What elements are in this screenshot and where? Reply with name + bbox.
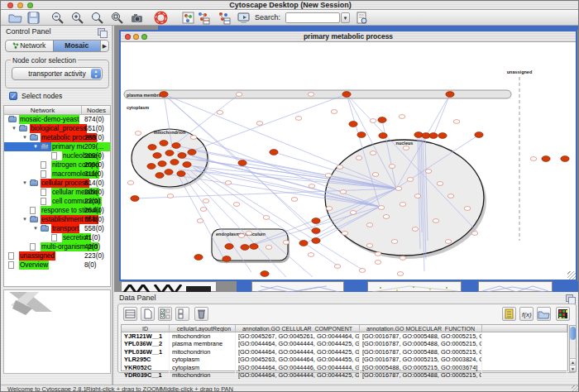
background-window[interactable] <box>367 281 462 292</box>
network-node[interactable] <box>356 156 362 160</box>
network-node[interactable] <box>399 115 405 119</box>
network-node[interactable] <box>135 131 141 136</box>
network-node[interactable] <box>372 173 379 177</box>
network-node-selected[interactable] <box>561 156 569 162</box>
network-node[interactable] <box>447 194 454 198</box>
network-node[interactable] <box>453 120 460 124</box>
network-node[interactable] <box>395 187 402 191</box>
network-node[interactable] <box>127 181 134 185</box>
network-edge[interactable] <box>433 94 450 136</box>
zoom-in-icon[interactable] <box>70 11 84 25</box>
unselect-attributes-icon[interactable] <box>175 307 189 321</box>
network-node[interactable] <box>397 272 404 276</box>
import-edge-attributes-icon[interactable] <box>217 11 231 25</box>
network-node[interactable] <box>370 151 376 155</box>
network-node[interactable] <box>437 182 443 186</box>
network-node[interactable] <box>200 208 207 212</box>
network-node[interactable] <box>331 110 337 114</box>
app-resize-grip[interactable] <box>572 385 579 392</box>
network-node-selected[interactable] <box>170 160 179 165</box>
tree-column-nodes[interactable]: Nodes <box>83 106 110 115</box>
background-window[interactable] <box>237 281 251 292</box>
network-node[interactable] <box>308 253 314 257</box>
network-node[interactable] <box>350 211 356 215</box>
tab-overflow-arrow[interactable]: ▶ <box>100 41 108 51</box>
network-node[interactable] <box>326 207 333 211</box>
network-node-selected[interactable] <box>475 132 483 138</box>
background-window[interactable] <box>121 281 217 292</box>
network-node-selected[interactable] <box>153 153 161 159</box>
network-node[interactable] <box>308 93 314 97</box>
network-node[interactable] <box>400 203 406 207</box>
table-row[interactable]: YJR121W__1mitochondrion[GO:0045267, GO:0… <box>122 332 567 340</box>
window-resize-grip[interactable] <box>567 271 576 280</box>
network-node-selected[interactable] <box>312 218 320 224</box>
network-node[interactable] <box>309 184 315 189</box>
network-node-selected[interactable] <box>299 241 308 246</box>
network-node[interactable] <box>391 240 398 244</box>
nucleus-region[interactable] <box>325 140 484 256</box>
network-node[interactable] <box>236 93 242 97</box>
network-node[interactable] <box>403 146 409 151</box>
help-ring-icon[interactable] <box>154 11 168 25</box>
network-node[interactable] <box>233 203 240 207</box>
network-node[interactable] <box>225 181 232 185</box>
search-dropdown-arrow[interactable]: ▼ <box>341 12 350 23</box>
tree-row[interactable]: ▼biological_process651(0) <box>4 124 110 133</box>
tree-row[interactable]: ▼transport558(0) <box>4 224 110 233</box>
network-node[interactable] <box>370 119 376 123</box>
network-node-selected[interactable] <box>342 92 351 98</box>
select-attributes-icon[interactable] <box>158 307 172 321</box>
tree-row[interactable]: ▼establishment of lo558(0) <box>4 215 110 224</box>
tree-row[interactable]: secretion41(0) <box>4 233 110 242</box>
tree-row[interactable]: ▼metabolic process280(0) <box>4 133 110 142</box>
tree-row[interactable]: Overview8(0) <box>4 261 110 270</box>
attribute-batch-icon[interactable] <box>502 307 516 321</box>
network-node[interactable] <box>471 232 478 236</box>
network-node-selected[interactable] <box>177 171 185 177</box>
network-node-selected[interactable] <box>223 256 231 262</box>
network-node[interactable] <box>217 111 223 115</box>
network-node-selected[interactable] <box>156 173 164 179</box>
network-node-selected[interactable] <box>446 92 454 98</box>
background-window[interactable] <box>462 281 478 292</box>
network-node[interactable] <box>190 136 197 140</box>
tree-row[interactable]: macromolecule311(0) <box>4 170 110 179</box>
network-node[interactable] <box>464 207 471 211</box>
attribute-table[interactable]: ID _cellularLayoutRegion annotation.GO C… <box>121 324 568 371</box>
heatmap-icon[interactable] <box>556 307 570 321</box>
table-row[interactable]: YLR295Ccytoplasm[GO:0045263, GO:0044464,… <box>122 356 567 363</box>
zoom-selected-icon[interactable] <box>90 11 104 25</box>
network-node-selected[interactable] <box>194 255 203 261</box>
network-node[interactable] <box>167 194 174 198</box>
network-node[interactable] <box>342 232 348 236</box>
tree-row[interactable]: mosaic-demo-yeast874(0) <box>4 115 110 124</box>
tree-expand-arrow[interactable]: ▼ <box>12 124 17 133</box>
save-icon[interactable] <box>26 11 41 25</box>
network-node-selected[interactable] <box>357 132 366 138</box>
network-node[interactable] <box>389 165 395 169</box>
network-node-selected[interactable] <box>414 132 423 138</box>
network-node[interactable] <box>425 170 432 174</box>
network-node-selected[interactable] <box>238 160 246 166</box>
network-node-selected[interactable] <box>261 271 269 277</box>
table-row[interactable]: YDR039C__1mitochondrion[GO:0044464, GO:0… <box>122 371 567 379</box>
background-window[interactable] <box>251 281 344 292</box>
network-node[interactable] <box>295 117 302 121</box>
tab-network[interactable]: Network <box>6 41 53 51</box>
float-panel-icon[interactable] <box>98 28 105 36</box>
tree-row[interactable]: nitrogen compo209(0) <box>4 160 110 170</box>
network-node[interactable] <box>375 252 381 256</box>
network-node[interactable] <box>203 199 209 203</box>
tree-column-network[interactable]: Network <box>4 106 82 115</box>
network-node[interactable] <box>283 241 290 245</box>
network-node-selected[interactable] <box>429 133 438 139</box>
search-options-icon[interactable] <box>355 11 369 25</box>
network-manager-icon[interactable] <box>181 11 195 25</box>
network-node[interactable] <box>383 215 390 219</box>
network-node-selected[interactable] <box>542 156 550 162</box>
network-node-selected[interactable] <box>241 245 249 251</box>
network-node-selected[interactable] <box>148 145 156 151</box>
network-node-selected[interactable] <box>172 143 180 149</box>
tree-row[interactable]: ▼cellular process614(0) <box>4 179 110 188</box>
